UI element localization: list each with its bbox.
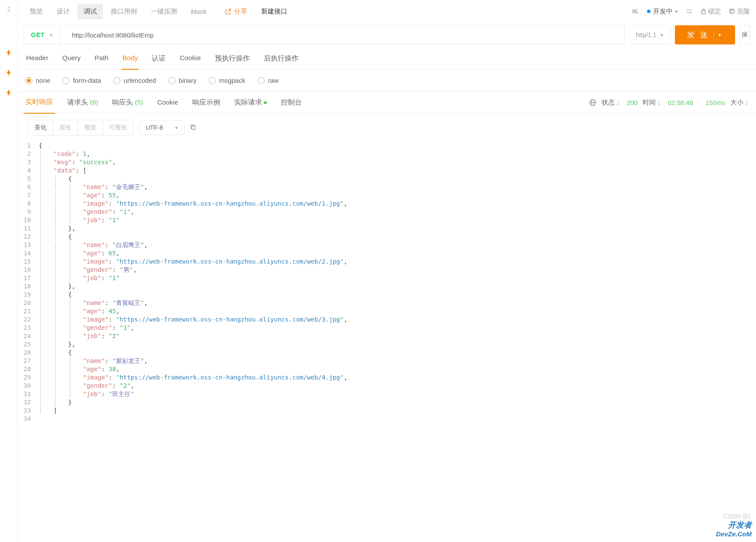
lightning-icon[interactable]: [4, 48, 14, 58]
globe-icon[interactable]: [589, 99, 596, 106]
radio-dot-icon: [209, 77, 216, 84]
dev-status-select[interactable]: 开发中 ▾: [647, 7, 678, 16]
expand-icon[interactable]: [4, 4, 14, 14]
clone-label: 克隆: [737, 7, 750, 16]
protocol-label: http/1.1: [636, 31, 657, 38]
method-select[interactable]: GET ▾: [24, 25, 61, 44]
watermark: CSDN @L 开发者 DevZe.CoM: [716, 513, 752, 538]
request-row: GET ▾ http://localhost:8080/listEmp http…: [17, 21, 756, 49]
format-visual[interactable]: 可视化: [103, 120, 133, 135]
response-tabs: 实时响应 请求头 (6) 响应头 (5) Cookie 响应示例 实际请求 控制…: [17, 91, 756, 114]
tab-post-script[interactable]: 后执行操作: [263, 49, 300, 69]
protocol-select[interactable]: http/1.1 ▾: [629, 25, 671, 44]
time-clock: 02:58:46: [667, 99, 693, 106]
lightning-icon-2[interactable]: [4, 68, 14, 78]
tab-path[interactable]: Path: [94, 49, 109, 69]
url-value: http://localhost:8080/listEmp: [72, 31, 154, 39]
tab-response-cookie[interactable]: Cookie: [156, 92, 180, 112]
format-raw[interactable]: 原生: [53, 120, 78, 135]
tab-actual-request[interactable]: 实际请求: [232, 92, 269, 113]
tab-body[interactable]: Body: [122, 49, 139, 70]
tab-console[interactable]: 控制台: [279, 92, 303, 113]
method-label: GET: [31, 31, 45, 38]
tab-realtime-response[interactable]: 实时响应: [24, 91, 55, 114]
radio-raw[interactable]: raw: [258, 77, 279, 84]
send-button[interactable]: 发 送 ▾: [675, 25, 735, 44]
chevron-down-icon: ▾: [675, 9, 678, 14]
tab-pre-script[interactable]: 预执行操作: [214, 49, 251, 69]
top-tabs: 预览 设计 调试 接口用例 一键压测 Mock 分享 新建接口 开发中 ▾: [17, 0, 756, 21]
divider: [714, 30, 714, 40]
format-beautify[interactable]: 美化: [28, 120, 53, 135]
tab-auth[interactable]: 认证: [151, 49, 167, 69]
tab-api-case[interactable]: 接口用例: [105, 4, 143, 19]
radio-dot-icon: [113, 77, 120, 84]
time-label: 时间：: [643, 98, 662, 107]
tab-header[interactable]: Header: [25, 49, 49, 69]
time-ms: 150ms: [705, 99, 725, 106]
encoding-select[interactable]: UTF-8 ▾: [139, 120, 184, 135]
response-code-viewer[interactable]: 1234567891011121314151617181920212223242…: [17, 142, 756, 423]
status-dot-icon: [647, 10, 650, 13]
tab-cookie[interactable]: Cookie: [179, 49, 201, 69]
tab-request-header[interactable]: 请求头 (6): [65, 92, 100, 113]
status-label: 状态：: [602, 98, 621, 107]
radio-binary[interactable]: binary: [168, 77, 197, 84]
tab-design[interactable]: 设计: [51, 4, 76, 19]
radio-none[interactable]: none: [25, 77, 50, 84]
tab-mock[interactable]: Mock: [185, 4, 213, 19]
watermark-devze: 开发者: [716, 520, 752, 530]
svg-rect-1: [731, 10, 734, 14]
sidebar: [0, 0, 17, 542]
svg-rect-4: [192, 126, 195, 129]
tab-query[interactable]: Query: [61, 49, 82, 69]
encoding-label: UTF-8: [146, 124, 163, 131]
chevron-down-icon: ▾: [175, 125, 178, 131]
radio-dot-icon: [62, 77, 69, 84]
format-bar: 美化 原生 预览 可视化 UTF-8 ▾: [17, 114, 756, 142]
tab-debug[interactable]: 调试: [78, 4, 103, 19]
chevron-down-icon: ▾: [661, 32, 663, 38]
save-button[interactable]: 保: [739, 25, 750, 44]
watermark-csdn: CSDN @L: [716, 513, 752, 520]
env-icon[interactable]: [631, 8, 639, 14]
radio-dot-icon: [168, 77, 175, 84]
lightning-icon-3[interactable]: [4, 88, 14, 98]
chevron-down-icon[interactable]: ▾: [719, 32, 723, 38]
diff-icon[interactable]: [686, 8, 693, 14]
format-preview[interactable]: 预览: [78, 120, 103, 135]
radio-msgpack[interactable]: msgpack: [209, 77, 245, 84]
tab-preview[interactable]: 预览: [24, 4, 49, 19]
share-label: 分享: [234, 7, 247, 16]
radio-form-data[interactable]: form-data: [62, 77, 101, 84]
body-type-radios: none form-data urlencoded binary msgpack…: [17, 70, 756, 91]
tab-new-api[interactable]: 新建接口: [255, 4, 293, 19]
lock-action[interactable]: 锁定: [701, 7, 721, 16]
lock-label: 锁定: [708, 7, 721, 16]
request-tabs: Header Query Path Body 认证 Cookie 预执行操作 后…: [17, 49, 756, 70]
status-label: 开发中: [653, 7, 673, 16]
tab-response-example[interactable]: 响应示例: [191, 92, 222, 113]
status-dot-icon: [264, 101, 267, 104]
copy-icon[interactable]: [190, 124, 197, 132]
radio-dot-icon: [25, 77, 32, 84]
radio-dot-icon: [258, 77, 265, 84]
url-input[interactable]: http://localhost:8080/listEmp: [65, 25, 625, 44]
send-label: 发 送: [687, 30, 709, 40]
radio-urlencoded[interactable]: urlencoded: [113, 77, 156, 84]
tab-response-header[interactable]: 响应头 (5): [110, 92, 145, 113]
tab-load-test[interactable]: 一键压测: [145, 4, 183, 19]
watermark-devze2: DevZe.CoM: [716, 530, 752, 538]
tab-share[interactable]: 分享: [219, 4, 253, 19]
size-label: 大小：: [730, 98, 750, 107]
status-code: 200: [627, 99, 637, 106]
clone-action[interactable]: 克隆: [729, 7, 750, 16]
chevron-down-icon: ▾: [50, 32, 53, 38]
svg-rect-0: [702, 11, 705, 14]
